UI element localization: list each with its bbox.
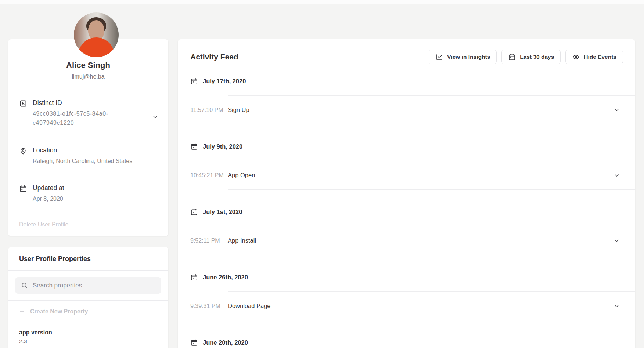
profile-field-content: Distinct ID 49cc0381-e1fc-57c5-84a0-c497… (33, 99, 139, 128)
view-in-insights-label: View in Insights (447, 54, 490, 60)
event-name: App Open (228, 172, 255, 179)
feed-date-group: July 17th, 2020 11:57:10 PM Sign Up (178, 77, 635, 124)
activity-feed-list: July 17th, 2020 11:57:10 PM Sign Up (178, 77, 635, 348)
feed-date-label: July 9th, 2020 (203, 143, 242, 150)
feed-date-label: July 17th, 2020 (203, 78, 246, 85)
feed-date-header: June 26th, 2020 (178, 273, 635, 282)
profile-field-content: Location Raleigh, North Carolina, United… (33, 146, 132, 166)
feed-date-group: June 26th, 2020 9:39:31 PM Download Page (178, 273, 635, 320)
event-time: 9:52:11 PM (190, 238, 228, 244)
profile-field-content: Updated at Apr 8, 2020 (33, 184, 64, 204)
user-avatar (74, 12, 119, 57)
chevron-down-icon[interactable] (152, 114, 158, 120)
create-new-property-button[interactable]: Create New Property (8, 300, 168, 323)
event-name: Download Page (228, 302, 271, 309)
feed-event-wrap: 10:45:21 PM App Open (178, 161, 635, 190)
profile-sidebar: Alice Singh limuj@he.ba Distinct ID 49cc… (8, 4, 168, 348)
field-label: Updated at (33, 184, 64, 192)
feed-date-group: June 20th, 2020 (178, 338, 635, 348)
field-value: Apr 8, 2020 (33, 195, 64, 204)
property-item: app version 2.3 (8, 323, 168, 348)
chevron-down-icon[interactable] (614, 173, 619, 178)
eye-off-icon (572, 53, 580, 61)
event-time: 9:39:31 PM (190, 303, 228, 309)
feed-date-label: July 1st, 2020 (203, 209, 242, 215)
user-profile-properties-card: User Profile Properties Search propertie… (8, 247, 168, 348)
event-time: 10:45:21 PM (190, 172, 228, 179)
feed-event-row[interactable]: 9:39:31 PM Download Page (178, 292, 635, 320)
profile-email: limuj@he.ba (19, 73, 157, 80)
feed-date-header: June 20th, 2020 (178, 338, 635, 347)
profile-card: Alice Singh limuj@he.ba Distinct ID 49cc… (8, 39, 168, 236)
feed-divider (228, 255, 635, 255)
search-properties-input[interactable]: Search properties (15, 277, 161, 294)
field-label: Location (33, 146, 132, 154)
id-badge-icon (19, 99, 27, 108)
delete-user-profile-button[interactable]: Delete User Profile (8, 213, 168, 236)
calendar-icon (19, 185, 27, 193)
location-pin-icon (19, 147, 27, 155)
page-layout: Alice Singh limuj@he.ba Distinct ID 49cc… (0, 4, 644, 348)
feed-date-group: July 9th, 2020 10:45:21 PM App Open (178, 142, 635, 190)
date-range-label: Last 30 days (520, 54, 554, 60)
event-name: Sign Up (228, 106, 249, 113)
feed-date-header: July 9th, 2020 (178, 142, 635, 151)
calendar-icon (190, 273, 198, 281)
activity-feed-actions: View in Insights Last 30 (429, 50, 623, 64)
feed-date-group: July 1st, 2020 9:52:11 PM App Install (178, 207, 635, 255)
field-value: Raleigh, North Carolina, United States (33, 157, 132, 166)
feed-date-header: July 1st, 2020 (178, 207, 635, 216)
feed-event-row[interactable]: 10:45:21 PM App Open (178, 161, 635, 189)
feed-event-wrap: 9:39:31 PM Download Page (178, 292, 635, 320)
field-label: Distinct ID (33, 99, 139, 107)
activity-feed-header: Activity Feed View in Insights (178, 39, 635, 64)
activity-feed-title: Activity Feed (190, 52, 238, 61)
profile-field-updated-at: Updated at Apr 8, 2020 (8, 175, 168, 213)
view-in-insights-button[interactable]: View in Insights (429, 50, 497, 64)
feed-event-wrap: 11:57:10 PM Sign Up (178, 96, 635, 124)
line-chart-icon (435, 53, 443, 61)
chevron-down-icon[interactable] (614, 303, 619, 309)
activity-feed-column: Activity Feed View in Insights (178, 4, 635, 348)
plus-icon (19, 309, 25, 315)
feed-divider (228, 320, 635, 320)
create-new-property-label: Create New Property (30, 308, 88, 315)
feed-event-wrap: 9:52:11 PM App Install (178, 226, 635, 255)
field-value: 49cc0381-e1fc-57c5-84a0-c497949c1220 (33, 109, 139, 128)
profile-name: Alice Singh (19, 61, 157, 70)
feed-date-label: June 20th, 2020 (203, 339, 248, 346)
calendar-icon (190, 143, 198, 151)
activity-feed-card: Activity Feed View in Insights (178, 39, 635, 348)
search-icon (21, 282, 28, 289)
calendar-icon (190, 77, 198, 85)
chevron-down-icon[interactable] (614, 107, 619, 113)
date-range-button[interactable]: Last 30 days (501, 50, 561, 64)
calendar-icon (508, 53, 516, 61)
feed-date-header: July 17th, 2020 (178, 77, 635, 86)
event-name: App Install (228, 237, 256, 244)
search-placeholder: Search properties (33, 282, 82, 289)
profile-field-distinct-id: Distinct ID 49cc0381-e1fc-57c5-84a0-c497… (8, 90, 168, 137)
calendar-icon (190, 339, 198, 347)
calendar-icon (190, 208, 198, 216)
feed-event-row[interactable]: 9:52:11 PM App Install (178, 226, 635, 255)
feed-event-row[interactable]: 11:57:10 PM Sign Up (178, 96, 635, 124)
hide-events-label: Hide Events (584, 54, 616, 60)
property-name: app version (19, 329, 157, 336)
property-value: 2.3 (19, 338, 157, 345)
properties-title: User Profile Properties (8, 247, 168, 270)
hide-events-button[interactable]: Hide Events (565, 50, 623, 64)
feed-divider (228, 189, 635, 190)
event-time: 11:57:10 PM (190, 107, 228, 113)
top-strip (0, 0, 644, 4)
properties-search-section: Search properties (8, 270, 168, 300)
feed-date-label: June 26th, 2020 (203, 274, 248, 281)
chevron-down-icon[interactable] (614, 238, 619, 243)
feed-divider (228, 124, 635, 124)
profile-field-location: Location Raleigh, North Carolina, United… (8, 137, 168, 175)
